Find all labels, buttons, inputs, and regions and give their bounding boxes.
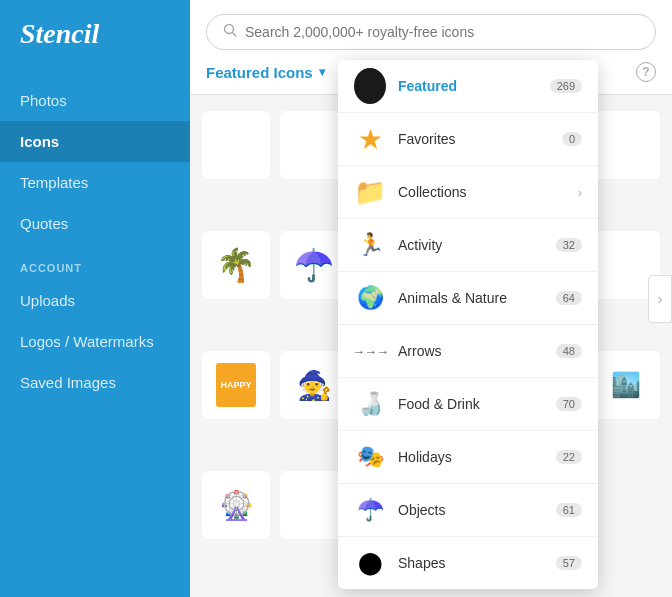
- icon-cell[interactable]: [202, 111, 270, 179]
- animals-label: Animals & Nature: [398, 290, 544, 306]
- featured-badge: 269: [550, 79, 582, 93]
- icon-cell[interactable]: [592, 111, 660, 179]
- app-logo: Stencil: [0, 0, 190, 70]
- shapes-circle-icon: ⬤: [358, 550, 383, 576]
- food-icon: 🍶: [354, 388, 386, 420]
- holidays-badge: 22: [556, 450, 582, 464]
- favorites-icon: ★: [354, 123, 386, 155]
- dropdown-item-arrows[interactable]: →→→ Arrows 48: [338, 325, 598, 378]
- collections-label: Collections: [398, 184, 566, 200]
- icon-cell[interactable]: 🏙️: [592, 351, 660, 419]
- dropdown-item-food[interactable]: 🍶 Food & Drink 70: [338, 378, 598, 431]
- wizard-icon: 🧙: [297, 369, 332, 402]
- help-icon[interactable]: ?: [636, 62, 656, 82]
- dropdown-item-holidays[interactable]: 🎭 Holidays 22: [338, 431, 598, 484]
- sidebar: Stencil Photos Icons Templates Quotes AC…: [0, 0, 190, 597]
- holidays-icon: 🎭: [354, 441, 386, 473]
- svg-line-1: [233, 33, 237, 37]
- dropdown-item-favorites[interactable]: ★ Favorites 0: [338, 113, 598, 166]
- search-input[interactable]: [245, 24, 525, 40]
- arrows-badge: 48: [556, 344, 582, 358]
- icon-cell[interactable]: 🎡: [202, 471, 270, 539]
- umbrella-obj-icon: ☂️: [357, 497, 384, 523]
- shapes-icon: ⬤: [354, 547, 386, 579]
- bottle-icon: 🍶: [357, 391, 384, 417]
- arrows-text-icon: →→→: [352, 344, 388, 359]
- city-icon: 🏙️: [611, 371, 641, 399]
- account-section-label: ACCOUNT: [0, 244, 190, 280]
- activity-label: Activity: [398, 237, 544, 253]
- icon-cell[interactable]: 🌴: [202, 231, 270, 299]
- favorites-label: Favorites: [398, 131, 550, 147]
- palm-tree-icon: 🌴: [216, 246, 256, 284]
- sidebar-item-saved[interactable]: Saved Images: [0, 362, 190, 403]
- search-bar[interactable]: [206, 14, 656, 50]
- collections-icon: 📁: [354, 176, 386, 208]
- umbrella-icon: ☂️: [294, 246, 334, 284]
- food-label: Food & Drink: [398, 396, 544, 412]
- sidebar-item-logos[interactable]: Logos / Watermarks: [0, 321, 190, 362]
- chevron-down-icon: ▾: [319, 65, 325, 79]
- dropdown-item-collections[interactable]: 📁 Collections ›: [338, 166, 598, 219]
- spiral-icon: 🎡: [219, 489, 254, 522]
- holidays-label: Holidays: [398, 449, 544, 465]
- search-icon: [223, 23, 237, 41]
- arrows-label: Arrows: [398, 343, 544, 359]
- icon-cell[interactable]: HAPPY: [202, 351, 270, 419]
- objects-badge: 61: [556, 503, 582, 517]
- animals-badge: 64: [556, 291, 582, 305]
- chevron-right-icon: ›: [578, 185, 582, 200]
- featured-icons-dropdown-btn[interactable]: Featured Icons ▾: [206, 64, 325, 93]
- dropdown-item-animals[interactable]: 🌍 Animals & Nature 64: [338, 272, 598, 325]
- circle-icon: [354, 68, 386, 104]
- objects-icon: ☂️: [354, 494, 386, 526]
- featured-label: Featured: [398, 78, 538, 94]
- poster-icon: HAPPY: [216, 363, 256, 407]
- star-icon: ★: [358, 123, 383, 156]
- arrows-cat-icon: →→→: [354, 335, 386, 367]
- holiday-figure-icon: 🎭: [357, 444, 384, 470]
- sidebar-item-templates[interactable]: Templates: [0, 162, 190, 203]
- food-badge: 70: [556, 397, 582, 411]
- main-area: Featured Icons ▾ ? 🌴 ☂️ 🐻: [190, 0, 672, 597]
- shapes-label: Shapes: [398, 555, 544, 571]
- animals-icon: 🌍: [354, 282, 386, 314]
- objects-label: Objects: [398, 502, 544, 518]
- dropdown-item-shapes[interactable]: ⬤ Shapes 57: [338, 537, 598, 589]
- featured-icon: [354, 70, 386, 102]
- dropdown-item-objects[interactable]: ☂️ Objects 61: [338, 484, 598, 537]
- folder-icon: 📁: [354, 177, 386, 208]
- sidebar-nav: Photos Icons Templates Quotes ACCOUNT Up…: [0, 80, 190, 403]
- activity-figure-icon: 🏃: [357, 232, 384, 258]
- animal-nature-icon: 🌍: [357, 285, 384, 311]
- sidebar-item-icons[interactable]: Icons: [0, 121, 190, 162]
- activity-icon: 🏃: [354, 229, 386, 261]
- shapes-badge: 57: [556, 556, 582, 570]
- scroll-right-arrow[interactable]: ›: [648, 275, 672, 323]
- sidebar-item-uploads[interactable]: Uploads: [0, 280, 190, 321]
- featured-icons-label: Featured Icons: [206, 64, 313, 81]
- dropdown-item-activity[interactable]: 🏃 Activity 32: [338, 219, 598, 272]
- activity-badge: 32: [556, 238, 582, 252]
- dropdown-item-featured[interactable]: Featured 269: [338, 60, 598, 113]
- sidebar-item-photos[interactable]: Photos: [0, 80, 190, 121]
- sidebar-item-quotes[interactable]: Quotes: [0, 203, 190, 244]
- favorites-badge: 0: [562, 132, 582, 146]
- category-dropdown: Featured 269 ★ Favorites 0 📁 Collections…: [338, 60, 598, 589]
